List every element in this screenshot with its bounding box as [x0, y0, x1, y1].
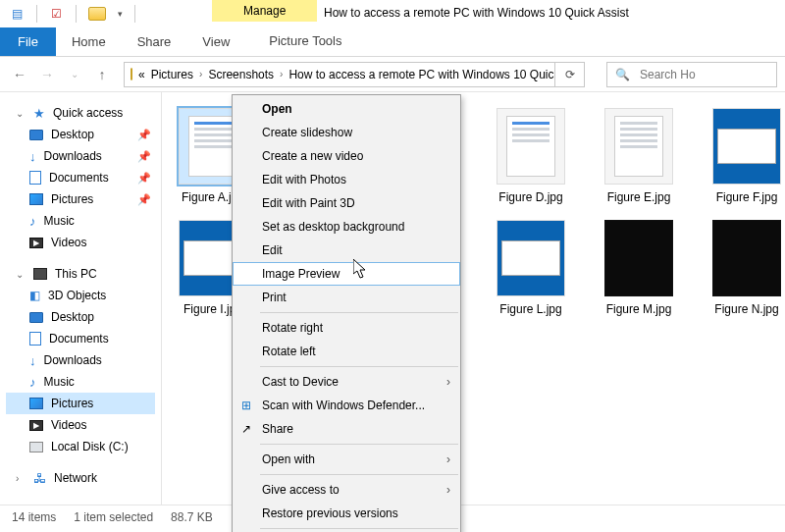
- sidebar-item-music-pc[interactable]: ♪Music: [6, 371, 155, 393]
- documents-icon: [29, 171, 41, 185]
- sidebar-item-videos-pc[interactable]: ▶Videos: [6, 414, 155, 436]
- music-icon: ♪: [29, 375, 36, 390]
- ctx-item-restore-versions[interactable]: Restore previous versions: [233, 502, 460, 525]
- search-box[interactable]: 🔍: [606, 62, 777, 87]
- ctx-item-give-access[interactable]: Give access to›: [233, 478, 460, 502]
- ctx-item-edit-paint3d[interactable]: Edit with Paint 3D: [233, 191, 460, 215]
- file-thumbnail: [604, 220, 673, 296]
- ctx-item-cast[interactable]: Cast to Device›: [233, 370, 460, 394]
- status-selected-size: 88.7 KB: [171, 510, 213, 524]
- documents-icon: [29, 332, 41, 346]
- ctx-item-set-background[interactable]: Set as desktop background: [233, 215, 460, 239]
- ctx-item-create-slideshow[interactable]: Create slideshow: [233, 121, 460, 144]
- context-menu: Open Create slideshow Create a new video…: [232, 94, 461, 532]
- sidebar-item-3d-objects[interactable]: ◧3D Objects: [6, 285, 155, 306]
- breadcrumb-segment[interactable]: How to access a remote PC with Windows 1…: [288, 68, 555, 81]
- folder-icon: [131, 68, 132, 80]
- chevron-down-icon[interactable]: ⌄: [16, 269, 26, 280]
- sidebar-item-pictures[interactable]: Pictures📌: [6, 188, 155, 210]
- file-name: Figure M.jpg: [606, 302, 672, 316]
- ctx-item-create-video[interactable]: Create a new video: [233, 144, 460, 168]
- address-bar[interactable]: « Pictures › Screenshots › How to access…: [124, 62, 555, 87]
- status-item-count: 14 items: [12, 510, 56, 524]
- file-thumbnail: [497, 220, 565, 296]
- ribbon-context-tab[interactable]: Manage: [212, 0, 317, 22]
- sidebar-item-local-disk[interactable]: Local Disk (C:): [6, 436, 155, 457]
- breadcrumb-segment[interactable]: Screenshots: [208, 68, 274, 81]
- videos-icon: ▶: [29, 420, 43, 431]
- shield-icon: ⊞: [238, 398, 254, 413]
- ctx-item-rotate-right[interactable]: Rotate right: [233, 316, 460, 340]
- ctx-separator: [260, 444, 458, 445]
- nav-forward-button[interactable]: →: [35, 63, 59, 86]
- network-icon: 🖧: [33, 471, 46, 486]
- tab-share[interactable]: Share: [122, 27, 187, 56]
- breadcrumb-segment[interactable]: Pictures: [151, 68, 193, 81]
- nav-recent-dropdown[interactable]: ⌄: [63, 63, 86, 86]
- sidebar-item-music[interactable]: ♪Music: [6, 210, 155, 232]
- ctx-item-edit-photos[interactable]: Edit with Photos: [233, 168, 460, 191]
- checkbox-icon[interactable]: ☑: [49, 7, 64, 22]
- star-icon: ★: [33, 106, 45, 121]
- tab-file[interactable]: File: [0, 27, 56, 56]
- file-name: Figure F.jpg: [716, 190, 778, 204]
- file-item[interactable]: Figure M.jpg: [602, 220, 676, 316]
- ctx-item-edit[interactable]: Edit: [233, 239, 460, 262]
- file-item[interactable]: Figure N.jpg: [709, 220, 784, 316]
- properties-icon[interactable]: ▤: [10, 7, 25, 22]
- sidebar-item-quick-access[interactable]: ⌄ ★ Quick access: [6, 102, 155, 124]
- navigation-pane: ⌄ ★ Quick access Desktop📌 ↓Downloads📌 Do…: [0, 92, 162, 505]
- sidebar-item-this-pc[interactable]: ⌄ This PC: [6, 263, 155, 285]
- tab-view[interactable]: View: [186, 27, 245, 56]
- file-thumbnail: [497, 108, 565, 185]
- sidebar-item-videos[interactable]: ▶Videos: [6, 232, 155, 253]
- ctx-item-print[interactable]: Print: [233, 286, 460, 309]
- sidebar-item-desktop-pc[interactable]: Desktop: [6, 306, 155, 328]
- qat-dropdown-icon[interactable]: ▾: [118, 9, 123, 19]
- sidebar-label: Quick access: [53, 106, 123, 120]
- file-name: Figure D.jpg: [498, 190, 562, 204]
- pin-icon: 📌: [137, 193, 151, 206]
- chevron-right-icon[interactable]: ›: [280, 69, 283, 80]
- ctx-separator: [260, 312, 458, 313]
- ctx-item-image-preview[interactable]: Image Preview: [233, 262, 460, 286]
- file-name: Figure N.jpg: [714, 302, 778, 316]
- search-input[interactable]: [638, 67, 777, 82]
- chevron-right-icon: ›: [446, 483, 450, 497]
- desktop-icon: [29, 130, 43, 140]
- chevron-right-icon[interactable]: ›: [16, 473, 26, 484]
- pictures-icon: [29, 193, 43, 205]
- chevron-right-icon: ›: [446, 452, 450, 466]
- pin-icon: 📌: [137, 129, 151, 141]
- chevron-down-icon[interactable]: ⌄: [16, 108, 26, 119]
- pin-icon: 📌: [137, 150, 151, 163]
- sidebar-label: This PC: [55, 267, 97, 281]
- videos-icon: ▶: [29, 238, 43, 248]
- 3d-objects-icon: ◧: [29, 289, 40, 302]
- sidebar-item-pictures-pc[interactable]: Pictures: [6, 393, 155, 414]
- refresh-button[interactable]: ⟳: [555, 62, 585, 87]
- ctx-item-share[interactable]: ↗Share: [233, 417, 460, 441]
- file-item[interactable]: Figure D.jpg: [494, 108, 568, 204]
- file-item[interactable]: Figure F.jpg: [709, 108, 784, 204]
- ctx-item-defender[interactable]: ⊞Scan with Windows Defender...: [233, 394, 460, 417]
- sidebar-item-documents-pc[interactable]: Documents: [6, 328, 155, 349]
- chevron-right-icon[interactable]: ›: [199, 69, 202, 80]
- breadcrumb-root-glyph[interactable]: «: [138, 68, 145, 81]
- file-name: Figure L.jpg: [499, 302, 561, 316]
- sidebar-item-downloads[interactable]: ↓Downloads📌: [6, 145, 155, 167]
- file-item[interactable]: Figure L.jpg: [494, 220, 568, 316]
- ctx-item-open-with[interactable]: Open with›: [233, 448, 460, 471]
- sidebar-item-downloads-pc[interactable]: ↓Downloads: [6, 349, 155, 371]
- sidebar-item-network[interactable]: › 🖧 Network: [6, 467, 155, 489]
- nav-up-button[interactable]: ↑: [90, 63, 114, 86]
- ctx-item-rotate-left[interactable]: Rotate left: [233, 340, 460, 363]
- tab-picture-tools[interactable]: Picture Tools: [257, 27, 353, 56]
- nav-back-button[interactable]: ←: [8, 63, 31, 86]
- ctx-item-open[interactable]: Open: [233, 97, 460, 121]
- sidebar-item-desktop[interactable]: Desktop📌: [6, 124, 155, 145]
- tab-home[interactable]: Home: [56, 27, 122, 56]
- ctx-separator: [260, 528, 458, 529]
- file-item[interactable]: Figure E.jpg: [602, 108, 676, 204]
- sidebar-item-documents[interactable]: Documents📌: [6, 167, 155, 188]
